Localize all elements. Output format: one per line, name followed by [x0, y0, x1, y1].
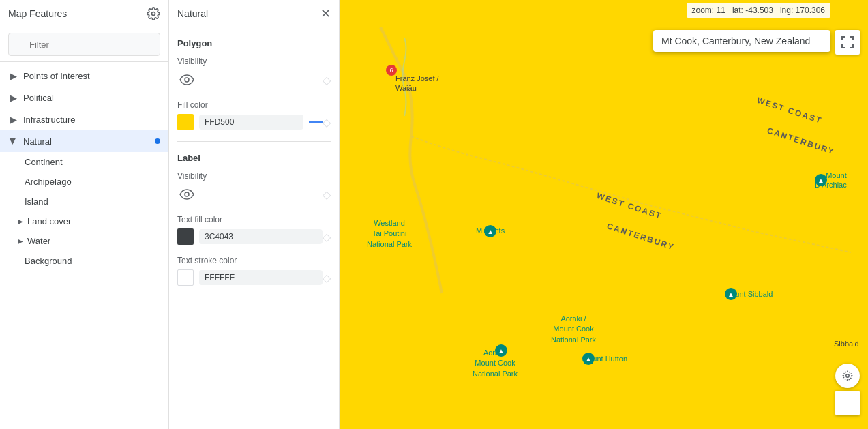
svg-point-2 [185, 192, 189, 196]
sub-item-label: Island [25, 196, 48, 207]
sidebar-item-label: Political [23, 93, 54, 103]
gear-icon[interactable] [147, 7, 160, 20]
sub-item-label: Land cover [27, 216, 71, 226]
minarets-wrapper: ▲ Minarets [476, 225, 505, 235]
locate-button[interactable] [835, 364, 860, 388]
sidebar-sub-item-archipelago[interactable]: Archipelago [0, 172, 168, 192]
reset-diamond-icon[interactable]: ◇ [323, 231, 331, 243]
mount-sibbald-wrapper: Mount Sibbald ▲ [725, 290, 773, 298]
text-fill-swatch[interactable] [177, 228, 194, 245]
sub-item-label: Water [27, 236, 50, 246]
aoraki-marker: ▲ [495, 344, 507, 357]
map-bottom-controls [835, 364, 860, 415]
left-sidebar: Map Features ☰ ▶ Points of Interest ▶ Po… [0, 0, 169, 429]
map-coords: zoom: 11 lat: -43.503 lng: 170.306 [687, 3, 831, 18]
map-area[interactable]: zoom: 11 lat: -43.503 lng: 170.306 Mt Co… [340, 0, 868, 429]
sub-item-label: Background [25, 256, 72, 266]
text-fill-label: Text fill color [177, 215, 331, 224]
fill-color-label: Fill color [177, 100, 331, 110]
chevron-right-icon: ▶ [8, 92, 19, 103]
chevron-right-icon: ▶ [8, 70, 19, 81]
sidebar-header: Map Features [0, 0, 168, 27]
aoraki-label-1: Aoraki /Mount CookNational Park [551, 314, 596, 345]
chevron-down-icon: ▶ [8, 136, 19, 147]
text-stroke-label: Text stroke color [177, 256, 331, 265]
text-stroke-row: FFFFFF ◇ [177, 269, 331, 286]
reset-diamond-icon[interactable]: ◇ [323, 271, 331, 284]
sidebar-item-infrastructure[interactable]: ▶ Infrastructure [0, 108, 168, 130]
coords-bar: zoom: 11 lat: -43.503 lng: 170.306 [340, 0, 868, 20]
panel-content: Polygon Visibility ◇ Fill color FFD500 ◇… [169, 27, 339, 429]
sub-item-label: Continent [25, 157, 63, 167]
panel-header: Natural ✕ [169, 0, 339, 27]
eye-icon-label[interactable] [177, 185, 196, 204]
sidebar-sub-item-background[interactable]: Background [0, 251, 168, 271]
sidebar-title: Map Features [8, 8, 67, 19]
reset-diamond-icon[interactable]: ◇ [323, 188, 331, 201]
active-indicator [155, 138, 160, 144]
fill-dash-indicator [309, 121, 323, 123]
westland-park-label: WestlandTai PoutiniNational Park [367, 218, 412, 250]
text-fill-row: 3C4043 ◇ [177, 228, 331, 245]
franz-josef-label: Franz Josef /Waiāu [395, 74, 439, 93]
sidebar-item-label: Natural [23, 136, 52, 147]
middle-panel: Natural ✕ Polygon Visibility ◇ Fill colo… [169, 0, 340, 429]
filter-input[interactable] [8, 33, 160, 56]
label-section-title: Label [177, 153, 331, 163]
search-value: Mt Cook, Canterbury, New Zealand [661, 35, 810, 46]
text-stroke-swatch[interactable] [177, 269, 194, 286]
text-stroke-value[interactable]: FFFFFF [199, 270, 323, 285]
mount-sibbald-marker: ▲ [725, 288, 737, 300]
sidebar-sub-item-water[interactable]: ▶ Water [0, 231, 168, 251]
chevron-right-icon: ▶ [18, 237, 23, 245]
fullscreen-button[interactable] [835, 30, 860, 55]
sidebar-item-label: Infrastructure [23, 115, 76, 125]
minarets-marker: ▲ [484, 225, 496, 237]
svg-point-3 [846, 374, 850, 378]
nav-list: ▶ Points of Interest ▶ Political ▶ Infra… [0, 62, 168, 429]
fullscreen-button-wrapper [835, 30, 860, 55]
svg-point-4 [843, 372, 852, 380]
map-svg [340, 0, 868, 429]
text-fill-value[interactable]: 3C4043 [199, 229, 323, 244]
sidebar-item-political[interactable]: ▶ Political [0, 87, 168, 108]
fill-color-value[interactable]: FFD500 [199, 115, 303, 130]
visibility-label-label: Visibility [177, 171, 331, 181]
chevron-right-icon: ▶ [18, 218, 23, 225]
visibility-label-polygon: Visibility [177, 57, 331, 66]
sibbald-label: Sibbald [834, 340, 859, 348]
search-box[interactable]: Mt Cook, Canterbury, New Zealand [653, 30, 830, 52]
sidebar-sub-item-island[interactable]: Island [0, 192, 168, 211]
label-visibility-row: ◇ [177, 185, 331, 204]
filter-container: ☰ [0, 27, 168, 62]
reset-diamond-icon[interactable]: ◇ [323, 116, 331, 129]
polygon-visibility-row: ◇ [177, 70, 331, 89]
mount-hutton-marker: ▲ [582, 353, 595, 365]
sidebar-item-label: Points of Interest [23, 71, 90, 81]
sidebar-item-points-of-interest[interactable]: ▶ Points of Interest [0, 65, 168, 87]
mount-hutton-wrapper: Mount Hutton ▲ [582, 355, 627, 363]
svg-point-0 [152, 12, 155, 15]
mount-darchiac-wrapper: MountD'Archiac ▲ [815, 171, 847, 190]
panel-title: Natural [177, 8, 208, 19]
sidebar-sub-item-continent[interactable]: Continent [0, 152, 168, 172]
eye-icon[interactable] [177, 70, 196, 89]
polygon-section-title: Polygon [177, 38, 331, 48]
sidebar-item-natural[interactable]: ▶ Natural [0, 130, 168, 152]
zoom-in-button[interactable] [835, 391, 860, 415]
fill-color-row: FFD500 ◇ [177, 114, 331, 130]
section-divider [177, 141, 331, 142]
sub-item-label: Archipelago [25, 177, 72, 187]
svg-point-1 [185, 78, 189, 82]
reset-diamond-icon[interactable]: ◇ [323, 74, 331, 87]
sidebar-sub-item-land-cover[interactable]: ▶ Land cover [0, 211, 168, 231]
chevron-right-icon: ▶ [8, 114, 19, 125]
close-icon[interactable]: ✕ [320, 6, 331, 21]
fill-color-swatch[interactable] [177, 114, 194, 130]
